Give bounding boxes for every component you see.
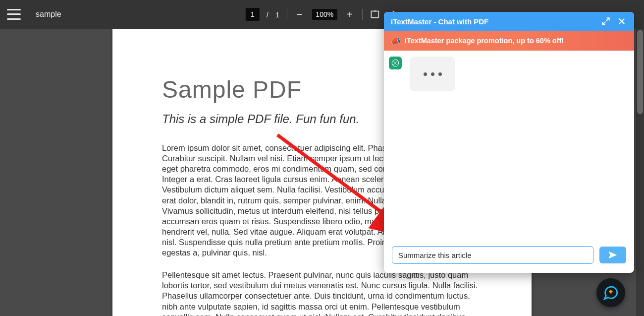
doc-paragraph: Pellentesque sit amet lectus. Praesent p… (162, 270, 482, 316)
toolbar-center: 1 / 1 − 100% + (246, 8, 398, 21)
divider (362, 9, 363, 20)
typing-dot (438, 72, 442, 76)
promo-banner[interactable]: 📣 iTextMaster package promotion, up to 6… (384, 31, 634, 51)
typing-dot (424, 72, 427, 76)
page-total: 1 (275, 10, 279, 19)
chat-panel: iTextMaster - Chat with PDF 📣 iTextMaste… (384, 12, 634, 273)
send-button[interactable] (599, 247, 626, 263)
promo-icon: 📣 (391, 36, 401, 46)
zoom-value[interactable]: 100% (312, 9, 337, 20)
expand-icon[interactable] (600, 16, 611, 27)
promo-text: iTextMaster package promotion, up to 60%… (405, 37, 564, 45)
scrollbar-thumb[interactable] (637, 30, 643, 114)
svg-rect-0 (372, 11, 379, 17)
chat-panel-header: iTextMaster - Chat with PDF (384, 12, 634, 31)
typing-bubble (410, 57, 455, 91)
assistant-avatar (389, 57, 402, 69)
vertical-scrollbar[interactable] (636, 29, 644, 316)
page-number-input[interactable]: 1 (246, 8, 260, 21)
chat-panel-title: iTextMaster - Chat with PDF (391, 17, 488, 26)
fit-page-icon[interactable] (370, 9, 380, 20)
chat-body (384, 51, 634, 239)
document-title: sample (36, 10, 61, 19)
chat-input-row (384, 239, 634, 273)
chat-fab[interactable] (596, 278, 625, 307)
page-separator: / (267, 10, 268, 19)
chat-input[interactable] (392, 246, 593, 264)
typing-dot (431, 72, 434, 76)
close-icon[interactable] (616, 16, 627, 27)
menu-icon[interactable] (7, 7, 21, 21)
divider (286, 9, 287, 20)
zoom-in-button[interactable]: + (344, 9, 355, 20)
zoom-out-button[interactable]: − (294, 9, 305, 20)
